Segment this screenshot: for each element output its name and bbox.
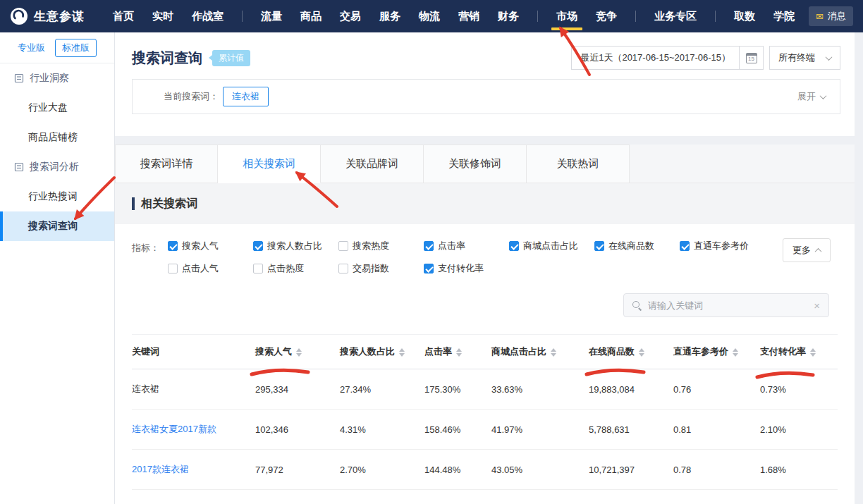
nav-data-extract[interactable]: 取数 bbox=[734, 0, 755, 32]
nav-business-zone[interactable]: 业务专区 bbox=[654, 0, 697, 32]
content-area: 相关搜索词 指标： 搜索人气 搜索人数占比 搜索热度 bbox=[115, 183, 855, 504]
tab-related-hot-words[interactable]: 关联热词 bbox=[527, 145, 630, 183]
chevron-down-icon bbox=[820, 92, 827, 99]
tab-related-brand-words[interactable]: 关联品牌词 bbox=[321, 145, 424, 183]
date-range-text: 最近1天（2017-06-15~2017-06-15） bbox=[572, 51, 739, 64]
message-button[interactable]: ✉ 消息 bbox=[809, 6, 853, 26]
nav-war-room[interactable]: 作战室 bbox=[192, 0, 224, 32]
filters-label: 指标： bbox=[132, 242, 159, 275]
checkbox-icon bbox=[253, 264, 263, 273]
terminal-select[interactable]: 所有终端 bbox=[769, 46, 840, 70]
nav-divider bbox=[242, 11, 243, 22]
nav-divider bbox=[635, 11, 636, 22]
filter-online-products[interactable]: 在线商品数 bbox=[594, 240, 680, 252]
nav-competition[interactable]: 竞争 bbox=[596, 0, 617, 32]
nav-market[interactable]: 市场 bbox=[556, 0, 577, 32]
current-keyword-tag[interactable]: 连衣裙 bbox=[223, 87, 269, 106]
nav-logistics[interactable]: 物流 bbox=[419, 0, 440, 32]
sidebar-item-industry-overview[interactable]: 行业大盘 bbox=[0, 93, 114, 123]
column-header-keyword[interactable]: 关键词 bbox=[132, 335, 255, 369]
sort-icon[interactable] bbox=[296, 348, 302, 357]
cumulative-value-badge: 累计值 bbox=[212, 50, 250, 66]
sort-icon[interactable] bbox=[733, 348, 738, 357]
keyword-search-box[interactable]: × bbox=[623, 293, 829, 317]
nav-realtime[interactable]: 实时 bbox=[152, 0, 173, 32]
sidebar-item-search-word-query[interactable]: 搜索词查询 bbox=[0, 211, 114, 241]
nav-trade[interactable]: 交易 bbox=[340, 0, 361, 32]
clear-icon[interactable]: × bbox=[814, 300, 820, 311]
nav-divider bbox=[715, 11, 716, 22]
column-header-payment-conversion[interactable]: 支付转化率 bbox=[760, 335, 838, 369]
column-header-search-popularity[interactable]: 搜索人气 bbox=[255, 335, 340, 369]
keyword-cell: 连衣裙 bbox=[132, 369, 255, 410]
nav-divider bbox=[537, 11, 538, 22]
nav-product[interactable]: 商品 bbox=[300, 0, 322, 32]
date-range-picker[interactable]: 最近1天（2017-06-15~2017-06-15） 15 bbox=[571, 46, 764, 70]
filter-click-heat[interactable]: 点击热度 bbox=[253, 262, 338, 275]
tab-professional-version[interactable]: 专业版 bbox=[18, 42, 45, 54]
brand-name: 生意参谋 bbox=[34, 8, 85, 25]
nav-academy[interactable]: 学院 bbox=[773, 0, 795, 32]
sidebar-item-industry-insight[interactable]: 行业洞察 bbox=[0, 63, 114, 93]
sort-icon[interactable] bbox=[810, 348, 816, 357]
keyword-link[interactable]: 连衣裙女夏2017新款 bbox=[132, 410, 255, 450]
tab-standard-version[interactable]: 标准版 bbox=[55, 39, 97, 57]
section-marker bbox=[132, 197, 135, 210]
filter-search-heat[interactable]: 搜索热度 bbox=[338, 240, 424, 252]
filter-ztc-reference-price[interactable]: 直通车参考价 bbox=[680, 240, 765, 252]
filter-search-user-ratio[interactable]: 搜索人数占比 bbox=[253, 240, 338, 252]
column-header-search-user-ratio[interactable]: 搜索人数占比 bbox=[340, 335, 424, 369]
filter-payment-conversion[interactable]: 支付转化率 bbox=[424, 262, 509, 275]
filter-mall-click-ratio[interactable]: 商城点击占比 bbox=[509, 240, 594, 252]
nav-marketing[interactable]: 营销 bbox=[458, 0, 479, 32]
content-tabs: 搜索词详情 相关搜索词 关联品牌词 关联修饰词 关联热词 bbox=[115, 145, 855, 183]
section-title: 相关搜索词 bbox=[141, 197, 197, 211]
metric-filters: 指标： 搜索人气 搜索人数占比 搜索热度 bbox=[115, 224, 855, 275]
search-icon bbox=[632, 301, 642, 310]
nav-home[interactable]: 首页 bbox=[113, 0, 134, 32]
sidebar-version-tabs: 专业版 标准版 bbox=[0, 32, 114, 63]
filter-click-popularity[interactable]: 点击人气 bbox=[168, 262, 253, 275]
nav-service[interactable]: 服务 bbox=[379, 0, 400, 32]
column-header-ztc-reference-price[interactable]: 直通车参考价 bbox=[673, 335, 760, 369]
tab-related-search-words[interactable]: 相关搜索词 bbox=[218, 145, 321, 183]
tab-related-modifier-words[interactable]: 关联修饰词 bbox=[424, 145, 527, 183]
checkbox-icon bbox=[594, 241, 604, 251]
tab-search-word-detail[interactable]: 搜索词详情 bbox=[115, 145, 218, 183]
sort-icon[interactable] bbox=[456, 348, 462, 357]
expand-toggle[interactable]: 展开 bbox=[797, 90, 826, 103]
section-header: 相关搜索词 bbox=[115, 183, 855, 224]
current-search-panel: 当前搜索词： 连衣裙 展开 bbox=[132, 79, 840, 114]
page-header: 搜索词查询 累计值 最近1天（2017-06-15~2017-06-15） 15… bbox=[115, 32, 855, 136]
column-header-online-products[interactable]: 在线商品数 bbox=[589, 335, 673, 369]
table-header-row: 关键词 搜索人气 搜索人数占比 点击率 商城点击占比 在线商品数 直通车参考价 … bbox=[132, 335, 838, 369]
nav-traffic[interactable]: 流量 bbox=[261, 0, 282, 32]
document-icon bbox=[14, 73, 24, 83]
calendar-icon[interactable]: 15 bbox=[739, 47, 763, 69]
column-header-mall-click-ratio[interactable]: 商城点击占比 bbox=[491, 335, 589, 369]
keyword-search-input[interactable] bbox=[648, 300, 807, 311]
checkbox-icon bbox=[680, 241, 690, 251]
logo-icon bbox=[10, 7, 28, 25]
filter-trade-index[interactable]: 交易指数 bbox=[338, 262, 424, 275]
sort-icon[interactable] bbox=[399, 348, 405, 357]
nav-finance[interactable]: 财务 bbox=[498, 0, 519, 32]
main-content: 搜索词查询 累计值 最近1天（2017-06-15~2017-06-15） 15… bbox=[115, 32, 863, 504]
sort-icon[interactable] bbox=[639, 348, 644, 357]
sidebar-item-product-shop-rank[interactable]: 商品店铺榜 bbox=[0, 123, 114, 152]
sidebar-item-industry-hot-words[interactable]: 行业热搜词 bbox=[0, 182, 114, 211]
filter-search-popularity[interactable]: 搜索人气 bbox=[168, 240, 253, 252]
app-logo[interactable]: 生意参谋 bbox=[10, 7, 85, 25]
sidebar: 专业版 标准版 行业洞察 行业大盘 商品店铺榜 bbox=[0, 32, 115, 504]
tabs-filler bbox=[630, 145, 855, 183]
checkbox-icon bbox=[338, 241, 348, 251]
keyword-link[interactable]: 2017款连衣裙 bbox=[132, 450, 255, 490]
filter-click-rate[interactable]: 点击率 bbox=[424, 240, 509, 252]
more-button[interactable]: 更多 bbox=[783, 238, 831, 262]
checkbox-icon bbox=[338, 264, 348, 273]
column-header-click-rate[interactable]: 点击率 bbox=[424, 335, 491, 369]
page-title: 搜索词查询 bbox=[132, 49, 202, 68]
terminal-select-value: 所有终端 bbox=[778, 51, 815, 64]
sort-icon[interactable] bbox=[551, 348, 556, 357]
sidebar-item-search-word-analysis[interactable]: 搜索词分析 bbox=[0, 152, 114, 182]
